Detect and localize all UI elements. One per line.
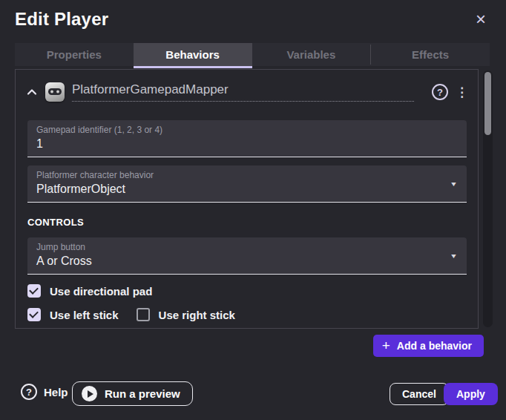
gamepad-identifier-label: Gamepad identifier (1, 2, 3 or 4): [36, 125, 458, 136]
play-icon: [82, 386, 97, 401]
use-right-stick-checkbox[interactable]: [137, 308, 150, 321]
jump-button-value[interactable]: A or Cross: [36, 254, 458, 269]
add-behavior-button[interactable]: + Add a behavior: [373, 335, 484, 357]
kebab-menu-icon[interactable]: ⋮: [456, 86, 467, 99]
page-title: Edit Player: [15, 9, 108, 30]
gamepad-behavior-icon: [45, 82, 65, 102]
apply-button[interactable]: Apply: [444, 383, 498, 405]
controls-section-title: CONTROLS: [27, 217, 466, 228]
help-icon: ?: [21, 384, 37, 400]
checkbox-row: Use directional pad: [27, 283, 466, 298]
jump-button-label: Jump button: [36, 242, 458, 253]
tab-variables[interactable]: Variables: [252, 43, 371, 66]
edit-player-dialog: Edit Player × Properties Behaviors Varia…: [0, 0, 506, 420]
close-icon[interactable]: ×: [470, 9, 491, 30]
platformer-behavior-select[interactable]: Platformer character behavior Platformer…: [27, 165, 467, 203]
checkbox-label: Use left stick: [50, 309, 119, 321]
plus-icon: +: [382, 338, 390, 352]
use-left-stick-checkbox[interactable]: [27, 308, 41, 321]
tab-behaviors[interactable]: Behaviors: [134, 43, 252, 66]
platformer-behavior-label: Platformer character behavior: [36, 170, 458, 181]
tab-properties[interactable]: Properties: [15, 43, 134, 66]
chevron-up-icon[interactable]: [26, 86, 38, 98]
scrollbar-thumb[interactable]: [484, 72, 491, 135]
run-preview-button[interactable]: Run a preview: [72, 381, 193, 406]
run-preview-label: Run a preview: [105, 387, 180, 400]
gamepad-identifier-field[interactable]: Gamepad identifier (1, 2, 3 or 4) 1: [27, 120, 467, 157]
tab-effects[interactable]: Effects: [371, 43, 490, 66]
use-directional-pad-checkbox[interactable]: [27, 284, 41, 298]
cancel-button[interactable]: Cancel: [390, 383, 449, 405]
behavior-help-icon[interactable]: ?: [432, 84, 448, 100]
behavior-name-field[interactable]: PlatformerGamepadMapper: [72, 82, 414, 102]
checkbox-row: Use left stick Use right stick: [27, 307, 466, 322]
help-label: Help: [44, 386, 68, 398]
help-button[interactable]: ? Help: [21, 384, 68, 400]
add-behavior-label: Add a behavior: [397, 340, 472, 352]
behavior-header: PlatformerGamepadMapper ? ⋮: [16, 70, 478, 102]
jump-button-select[interactable]: Jump button A or Cross ▼: [27, 237, 467, 275]
use-directional-pad-option[interactable]: Use directional pad: [27, 284, 152, 298]
checkbox-label: Use directional pad: [50, 285, 152, 298]
use-right-stick-option[interactable]: Use right stick: [137, 308, 235, 321]
use-left-stick-option[interactable]: Use left stick: [27, 308, 119, 321]
tab-bar: Properties Behaviors Variables Effects: [15, 43, 490, 66]
gamepad-identifier-value[interactable]: 1: [36, 137, 458, 151]
checkbox-label: Use right stick: [159, 309, 235, 321]
behavior-panel: PlatformerGamepadMapper ? ⋮ Gamepad iden…: [15, 69, 479, 329]
platformer-behavior-value[interactable]: PlatformerObject: [36, 182, 458, 197]
